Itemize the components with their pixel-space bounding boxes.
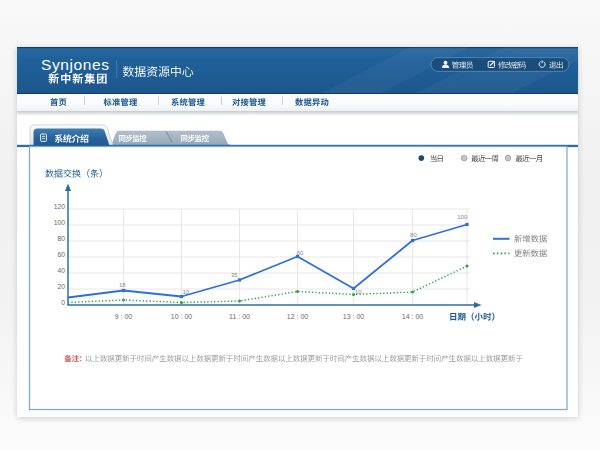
svg-text:10: 10 <box>355 289 362 295</box>
svg-text:80: 80 <box>410 232 417 238</box>
svg-text:120: 120 <box>54 203 66 210</box>
svg-text:11 : 00: 11 : 00 <box>229 313 250 320</box>
svg-text:100: 100 <box>54 219 66 226</box>
svg-text:Synjones: Synjones <box>41 56 110 73</box>
svg-text:10: 10 <box>182 289 189 295</box>
svg-text:40: 40 <box>57 267 65 274</box>
svg-text:80: 80 <box>57 235 65 242</box>
svg-text:9 : 00: 9 : 00 <box>115 313 133 320</box>
svg-text:10 : 00: 10 : 00 <box>171 313 193 320</box>
svg-text:35: 35 <box>231 272 238 278</box>
svg-text:20: 20 <box>57 283 65 290</box>
svg-text:60: 60 <box>57 251 65 258</box>
svg-text:13 : 00: 13 : 00 <box>343 313 365 320</box>
svg-text:14 : 00: 14 : 00 <box>402 313 424 320</box>
svg-text:18: 18 <box>119 282 126 288</box>
svg-text:12 : 00: 12 : 00 <box>287 313 309 320</box>
svg-text:100: 100 <box>457 214 468 220</box>
svg-text:0: 0 <box>61 299 65 306</box>
svg-text:60: 60 <box>297 250 304 256</box>
